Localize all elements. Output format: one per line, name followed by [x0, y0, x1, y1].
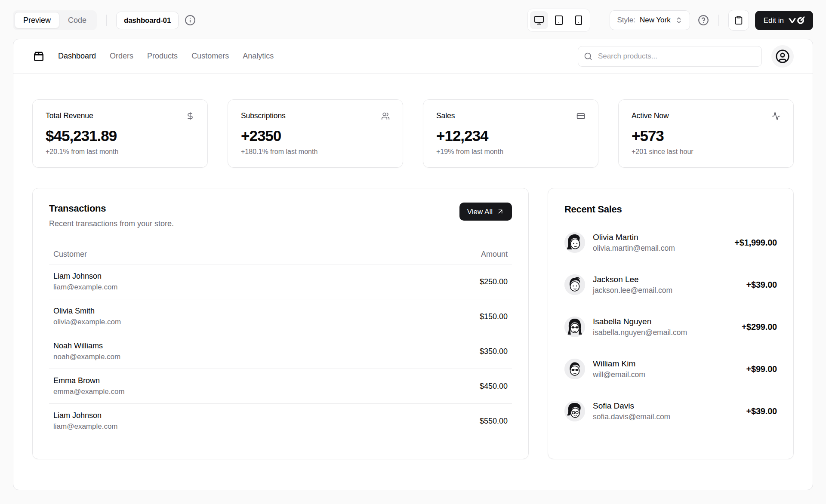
transaction-amount: $150.00 [367, 299, 512, 334]
transaction-amount: $350.00 [367, 334, 512, 369]
stat-value: +2350 [241, 127, 390, 144]
sale-amount: +$39.00 [746, 280, 777, 290]
table-row[interactable]: Olivia Smith olivia@example.com $150.00 [49, 299, 512, 334]
avatar-sofia-davis [564, 401, 585, 421]
sale-amount: +$99.00 [746, 364, 777, 374]
list-item[interactable]: Jackson Lee jackson.lee@email.com +$39.0… [564, 274, 777, 295]
stat-value: +573 [632, 127, 780, 144]
transaction-amount: $550.00 [367, 404, 512, 439]
view-all-button[interactable]: View All [459, 203, 512, 221]
toolbar-divider [718, 15, 719, 26]
device-toggle-group [527, 9, 590, 32]
sale-customer-name: Sofia Davis [593, 401, 670, 411]
toolbar-divider [600, 15, 600, 26]
recent-sales-card: Recent Sales Olivia Martin [548, 188, 794, 459]
clipboard-icon[interactable] [728, 10, 749, 31]
circle-user-icon [775, 49, 790, 64]
table-row[interactable]: Liam Johnson liam@example.com $550.00 [49, 404, 512, 439]
customer-email: emma@example.com [53, 387, 362, 396]
chevrons-up-down-icon [675, 16, 683, 24]
customer-name: Olivia Smith [53, 307, 362, 316]
stat-card-total-revenue: Total Revenue $45,231.89 +20.1% from las… [32, 99, 208, 168]
avatar-jackson-lee [564, 274, 585, 295]
info-icon[interactable] [185, 15, 196, 26]
sale-customer-email: will@email.com [593, 370, 645, 379]
nav-link-orders[interactable]: Orders [110, 52, 133, 61]
transactions-table: Customer Amount Liam Johnson liam@exampl… [49, 245, 512, 438]
view-all-label: View All [467, 208, 493, 215]
customer-name: Liam Johnson [53, 411, 362, 420]
account-button[interactable] [771, 45, 794, 68]
v0-logo [788, 16, 804, 25]
nav-links: Dashboard Orders Products Customers Anal… [58, 52, 274, 61]
sale-customer-email: jackson.lee@email.com [593, 286, 672, 295]
customer-name: Noah Williams [53, 341, 362, 350]
list-item[interactable]: Sofia Davis sofia.davis@email.com +$39.0… [564, 401, 777, 421]
nav-link-dashboard[interactable]: Dashboard [58, 52, 96, 61]
search-products [578, 46, 762, 67]
column-header-customer: Customer [49, 245, 367, 264]
stat-title: Total Revenue [46, 111, 93, 120]
stat-title: Subscriptions [241, 111, 286, 120]
tab-code[interactable]: Code [59, 12, 95, 28]
sale-customer-email: olivia.martin@email.com [593, 244, 675, 253]
avatar-olivia-martin [564, 232, 585, 253]
list-item[interactable]: William Kim will@email.com +$99.00 [564, 359, 777, 379]
sale-amount: +$299.00 [742, 322, 777, 332]
sale-customer-name: William Kim [593, 359, 645, 369]
package-icon[interactable] [32, 50, 45, 63]
list-item[interactable]: Olivia Martin olivia.martin@email.com +$… [564, 232, 777, 253]
search-icon [584, 52, 592, 61]
block-name-badge: dashboard-01 [116, 12, 179, 29]
smartphone-icon[interactable] [570, 11, 588, 29]
customer-email: noah@example.com [53, 353, 362, 361]
stat-title: Sales [436, 111, 455, 120]
users-icon [381, 112, 390, 120]
transaction-amount: $450.00 [367, 369, 512, 404]
table-row[interactable]: Emma Brown emma@example.com $450.00 [49, 369, 512, 404]
dashboard-preview-frame: Dashboard Orders Products Customers Anal… [13, 39, 813, 490]
stat-card-sales: Sales +12,234 +19% from last month [423, 99, 598, 168]
edit-button-label: Edit in [764, 17, 784, 24]
customer-email: olivia@example.com [53, 318, 362, 326]
activity-icon [772, 112, 780, 120]
preview-code-toggle: Preview Code [13, 10, 97, 30]
stat-cards-row: Total Revenue $45,231.89 +20.1% from las… [32, 99, 794, 168]
desktop-icon[interactable] [530, 11, 548, 29]
customer-name: Liam Johnson [53, 272, 362, 281]
table-row[interactable]: Liam Johnson liam@example.com $250.00 [49, 264, 512, 299]
nav-link-customers[interactable]: Customers [191, 52, 229, 61]
customer-email: liam@example.com [53, 283, 362, 292]
style-value: New York [640, 16, 671, 25]
style-label: Style: [617, 16, 635, 25]
transactions-subtitle: Recent transactions from your store. [49, 219, 512, 228]
customer-name: Emma Brown [53, 376, 362, 385]
column-header-amount: Amount [367, 245, 512, 264]
sale-customer-email: sofia.davis@email.com [593, 412, 670, 421]
edit-in-v0-button[interactable]: Edit in [755, 11, 813, 30]
avatar-william-kim [564, 359, 585, 379]
tablet-icon[interactable] [550, 11, 568, 29]
circle-help-icon[interactable] [698, 15, 709, 26]
search-input[interactable] [578, 46, 762, 67]
table-row[interactable]: Noah Williams noah@example.com $350.00 [49, 334, 512, 369]
transaction-amount: $250.00 [367, 264, 512, 299]
nav-link-products[interactable]: Products [147, 52, 178, 61]
stat-card-active-now: Active Now +573 +201 since last hour [618, 99, 794, 168]
avatar-isabella-nguyen [564, 317, 585, 337]
stat-value: +12,234 [436, 127, 585, 144]
tab-preview[interactable]: Preview [15, 12, 59, 28]
list-item[interactable]: Isabella Nguyen isabella.nguyen@email.co… [564, 317, 777, 337]
transactions-title: Transactions [49, 203, 512, 214]
stat-card-subscriptions: Subscriptions +2350 +180.1% from last mo… [228, 99, 403, 168]
arrow-up-right-icon [496, 208, 504, 215]
stat-title: Active Now [632, 111, 669, 120]
style-select[interactable]: Style: New York [610, 10, 690, 30]
stat-change: +20.1% from last month [46, 148, 194, 156]
dashboard-navbar: Dashboard Orders Products Customers Anal… [13, 39, 813, 74]
nav-link-analytics[interactable]: Analytics [243, 52, 274, 61]
transactions-card: Transactions Recent transactions from yo… [32, 188, 529, 459]
sale-customer-name: Olivia Martin [593, 233, 675, 242]
sale-amount: +$1,999.00 [734, 238, 777, 248]
stat-change: +180.1% from last month [241, 148, 390, 156]
